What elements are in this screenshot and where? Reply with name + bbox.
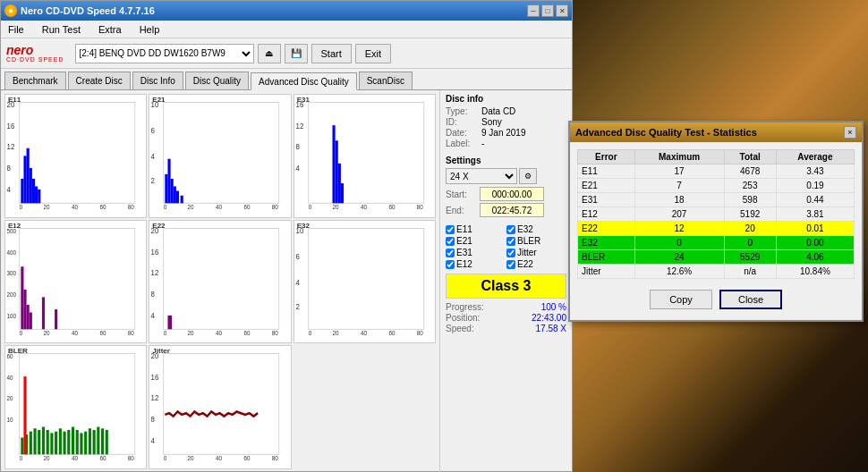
minimize-button[interactable]: ─: [527, 4, 540, 17]
drive-selector[interactable]: [2:4] BENQ DVD DD DW1620 B7W9: [75, 44, 254, 63]
checkbox-e21[interactable]: [446, 237, 455, 246]
menu-file[interactable]: File: [4, 22, 28, 37]
save-button[interactable]: 💾: [285, 44, 308, 63]
svg-text:0: 0: [164, 330, 167, 336]
checkbox-e32-label: E32: [517, 224, 533, 234]
menu-extra[interactable]: Extra: [95, 22, 125, 37]
error-cell: E12: [578, 207, 635, 222]
checkbox-e32[interactable]: [506, 225, 515, 234]
svg-text:6: 6: [151, 126, 156, 134]
tab-disc-info[interactable]: Disc Info: [132, 72, 183, 89]
svg-rect-112: [84, 432, 87, 455]
total-cell: 20: [724, 222, 776, 236]
chart-bler: BLER 60 40 20 10 0 20 40 60 80: [4, 345, 147, 469]
svg-text:16: 16: [7, 122, 15, 130]
svg-text:60: 60: [99, 330, 106, 336]
svg-rect-44: [332, 125, 335, 203]
total-cell: 5529: [724, 250, 776, 265]
close-button[interactable]: Close: [719, 290, 782, 309]
tab-bar: Benchmark Create Disc Disc Info Disc Qua…: [1, 69, 572, 90]
chart-e11: E11 20 16 12 8 4 0 20 40 60 80: [4, 94, 147, 218]
svg-rect-11: [21, 179, 23, 203]
maximize-button[interactable]: □: [541, 4, 554, 17]
eject-button[interactable]: ⏏: [258, 44, 281, 63]
svg-text:20: 20: [332, 330, 338, 336]
checkbox-e12-row: E12: [446, 259, 506, 269]
svg-rect-31: [174, 186, 176, 203]
start-button[interactable]: Start: [311, 44, 352, 63]
tab-create-disc[interactable]: Create Disc: [68, 72, 131, 89]
tab-benchmark[interactable]: Benchmark: [4, 72, 66, 89]
svg-rect-75: [164, 228, 279, 329]
end-time-input[interactable]: [480, 203, 544, 217]
svg-rect-101: [38, 430, 40, 454]
svg-text:4: 4: [295, 164, 300, 173]
menu-help[interactable]: Help: [136, 22, 164, 37]
speed-selector[interactable]: 24 X: [446, 168, 517, 184]
settings-button[interactable]: ⚙: [519, 168, 537, 184]
error-cell: E11: [578, 164, 635, 179]
chart-e22-label: E22: [152, 222, 165, 230]
svg-text:0: 0: [20, 330, 23, 336]
svg-text:4: 4: [7, 186, 12, 194]
col-average: Average: [776, 150, 854, 164]
checkbox-bler[interactable]: [506, 237, 515, 246]
svg-rect-76: [168, 316, 173, 329]
average-cell: 0.01: [776, 222, 854, 236]
app-title: Nero CD-DVD Speed 4.7.7.16: [21, 5, 155, 16]
chart-e21-label: E21: [152, 96, 165, 104]
col-error: Error: [578, 150, 635, 164]
svg-text:40: 40: [361, 330, 367, 336]
svg-text:0: 0: [20, 204, 23, 210]
error-cell: E31: [578, 193, 635, 207]
svg-rect-30: [171, 179, 174, 203]
svg-text:0: 0: [164, 455, 167, 461]
svg-text:80: 80: [128, 330, 134, 336]
exit-button[interactable]: Exit: [355, 44, 391, 63]
position-label: Position:: [446, 313, 480, 323]
chart-e11-label: E11: [8, 96, 21, 104]
svg-text:60: 60: [99, 455, 106, 461]
dialog-buttons: Copy Close: [577, 286, 855, 313]
svg-rect-43: [308, 103, 423, 204]
error-cell: E21: [578, 179, 635, 193]
dialog-close-x-button[interactable]: ×: [844, 126, 856, 139]
checkbox-e12[interactable]: [446, 260, 455, 269]
svg-rect-28: [166, 174, 168, 203]
checkbox-e22[interactable]: [506, 260, 515, 269]
chart-e32: E32 10 6 4 2 0 20 40 60 80: [294, 220, 436, 344]
checkbox-e31[interactable]: [446, 249, 455, 257]
tab-scandisc[interactable]: ScanDisc: [359, 72, 413, 89]
total-cell: 598: [724, 193, 776, 207]
table-row: Jitter12.6%n/a10.84%: [578, 265, 855, 279]
average-cell: 10.84%: [776, 265, 854, 279]
svg-rect-12: [23, 156, 26, 203]
speed-label: Speed:: [446, 324, 474, 333]
svg-text:300: 300: [7, 270, 17, 276]
tab-advanced-disc-quality[interactable]: Advanced Disc Quality: [251, 72, 357, 90]
chart-e12: E12 500 400 300 200 100 0 20 40 60 80: [4, 220, 147, 344]
svg-rect-113: [89, 429, 91, 455]
maximum-cell: 24: [634, 250, 724, 265]
menu-run-test[interactable]: Run Test: [38, 22, 84, 37]
progress-section: Progress: 100 % Position: 22:43.00 Speed…: [446, 302, 566, 333]
tab-disc-quality[interactable]: Disc Quality: [185, 72, 249, 89]
stats-table: Error Maximum Total Average E111746783.4…: [577, 149, 855, 279]
checkbox-jitter[interactable]: [506, 249, 515, 257]
maximum-cell: 207: [634, 207, 724, 222]
checkbox-e11-label: E11: [456, 224, 472, 234]
close-window-button[interactable]: ✕: [556, 4, 568, 17]
checkbox-e21-label: E21: [456, 236, 472, 246]
svg-text:20: 20: [188, 330, 194, 336]
start-time-input[interactable]: [480, 187, 544, 201]
disc-info-title: Disc info: [446, 94, 566, 104]
svg-text:40: 40: [216, 330, 222, 336]
svg-text:8: 8: [151, 291, 156, 299]
svg-rect-45: [335, 140, 337, 203]
copy-button[interactable]: Copy: [650, 290, 712, 309]
total-cell: 5192: [724, 207, 776, 222]
window-controls: ─ □ ✕: [527, 4, 568, 17]
svg-text:2: 2: [151, 177, 156, 185]
checkbox-e11[interactable]: [446, 225, 455, 234]
average-cell: 0.44: [776, 193, 854, 207]
